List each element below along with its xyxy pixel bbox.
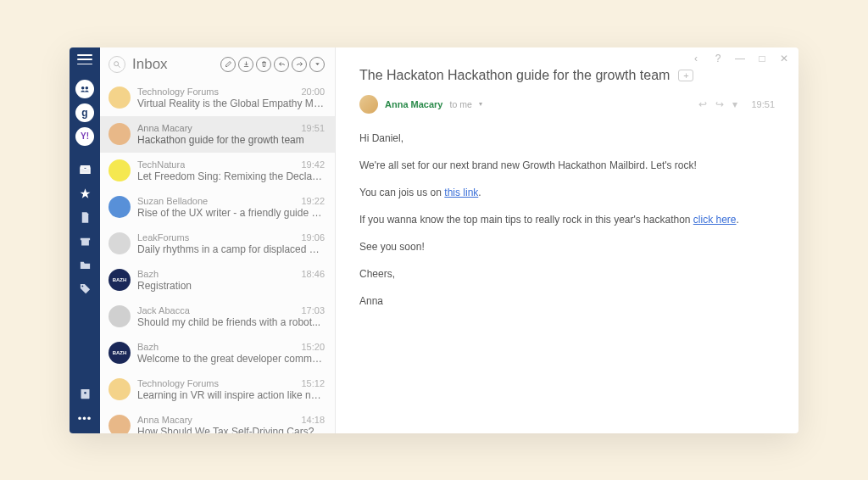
avatar: BAZH bbox=[108, 342, 131, 364]
message-row[interactable]: Anna Macary19:51Hackathon guide for the … bbox=[100, 116, 335, 153]
app-window: g Y! ••• bbox=[70, 47, 798, 433]
google-account-icon[interactable]: g bbox=[75, 103, 94, 122]
sender-label: Bazh bbox=[137, 342, 159, 352]
hamburger-menu-icon[interactable] bbox=[77, 54, 92, 64]
sender-label: Anna Macary bbox=[137, 415, 192, 425]
details-caret-icon[interactable]: ▾ bbox=[479, 100, 482, 108]
contacts-icon[interactable] bbox=[75, 385, 94, 404]
message-body: Hi Daniel, We're all set for our next br… bbox=[336, 122, 798, 329]
sender-label: TechNatura bbox=[137, 159, 185, 170]
subject-label: Registration bbox=[137, 280, 325, 292]
avatar bbox=[108, 232, 131, 254]
forward-icon[interactable] bbox=[292, 57, 307, 72]
yahoo-account-icon[interactable]: Y! bbox=[75, 127, 94, 146]
time-label: 19:22 bbox=[301, 196, 325, 206]
subject-label: Hackathon guide for the growth team bbox=[137, 134, 325, 146]
time-label: 15:20 bbox=[301, 342, 325, 352]
sender-label: Bazh bbox=[137, 269, 159, 279]
body-p3: If you wanna know the top main tips to r… bbox=[359, 212, 775, 227]
message-row[interactable]: TechNatura19:42Let Freedom Sing: Remixin… bbox=[100, 153, 335, 189]
star-icon[interactable] bbox=[75, 185, 94, 204]
folder-icon[interactable] bbox=[75, 256, 94, 275]
message-actions: ↩ ↪ ▾ 19:51 bbox=[698, 98, 775, 110]
svg-point-5 bbox=[114, 61, 119, 65]
body-p6: Anna bbox=[359, 293, 775, 309]
body-greeting: Hi Daniel, bbox=[359, 131, 775, 146]
time-label: 18:46 bbox=[301, 269, 325, 279]
subject-label: Daily rhythms in a camp for displaced pe… bbox=[137, 243, 325, 255]
avatar bbox=[108, 415, 131, 433]
download-icon[interactable] bbox=[238, 57, 253, 72]
sender-name[interactable]: Anna Macary bbox=[385, 99, 442, 109]
reply-action-icon[interactable]: ↩ bbox=[698, 98, 707, 110]
time-label: 20:00 bbox=[301, 87, 325, 97]
time-label: 14:18 bbox=[301, 415, 325, 425]
inbox-icon[interactable] bbox=[75, 161, 94, 180]
join-link[interactable]: this link bbox=[444, 187, 478, 198]
subject-label: Rise of the UX writer - a friendly guide… bbox=[137, 207, 325, 219]
sender-label: Technology Forums bbox=[137, 87, 219, 97]
avatar: BAZH bbox=[108, 269, 131, 291]
sender-label: Technology Forums bbox=[137, 378, 219, 388]
avatar bbox=[108, 305, 131, 327]
more-apps-icon[interactable]: ••• bbox=[78, 412, 92, 425]
message-title: The Hackaton Hackathon guide for the gro… bbox=[359, 68, 670, 83]
sender-label: LeakForums bbox=[137, 232, 189, 243]
message-time: 19:51 bbox=[751, 99, 775, 109]
more-action-icon[interactable]: ▾ bbox=[732, 98, 737, 110]
search-icon[interactable] bbox=[108, 56, 125, 73]
compose-icon[interactable] bbox=[220, 57, 236, 72]
message-row[interactable]: Technology Forums15:12Learning in VR wil… bbox=[100, 371, 335, 408]
tips-link[interactable]: click here bbox=[693, 214, 737, 226]
forward-action-icon[interactable]: ↪ bbox=[715, 98, 724, 110]
message-list[interactable]: Technology Forums20:00Virtual Reality is… bbox=[100, 80, 335, 433]
body-p5: Cheers, bbox=[359, 266, 775, 282]
avatar bbox=[108, 87, 131, 109]
sender-label: Anna Macary bbox=[137, 123, 192, 133]
unified-account-icon[interactable] bbox=[75, 80, 94, 98]
list-header: Inbox bbox=[100, 47, 335, 80]
time-label: 15:12 bbox=[301, 378, 325, 388]
avatar bbox=[108, 196, 131, 218]
message-row[interactable]: LeakForums19:06Daily rhythms in a camp f… bbox=[100, 226, 335, 262]
back-button[interactable]: ‹ bbox=[690, 53, 702, 64]
mail-list-pane: Inbox Technology Forums20:00Virtual Real… bbox=[100, 47, 336, 433]
archive-icon[interactable] bbox=[75, 232, 94, 251]
message-row[interactable]: BAZHBazh15:20Welcome to the great develo… bbox=[100, 335, 335, 371]
folder-title: Inbox bbox=[132, 56, 168, 73]
svg-point-1 bbox=[86, 87, 89, 90]
list-toolbar bbox=[220, 57, 325, 72]
avatar bbox=[108, 159, 131, 181]
body-p1: We're all set for our next brand new Gro… bbox=[359, 158, 775, 173]
message-row[interactable]: Anna Macary14:18How Should We Tax Self-D… bbox=[100, 408, 335, 433]
message-row[interactable]: Suzan Belladone19:22Rise of the UX write… bbox=[100, 189, 335, 226]
svg-point-0 bbox=[81, 87, 85, 90]
subject-label: Learning in VR will inspire action like … bbox=[137, 389, 325, 401]
time-label: 19:06 bbox=[301, 232, 325, 243]
subject-label: Should my child be friends with a robot.… bbox=[137, 316, 325, 328]
svg-point-2 bbox=[81, 285, 83, 287]
close-button[interactable]: ✕ bbox=[778, 53, 790, 64]
message-row[interactable]: BAZHBazh18:46Registration bbox=[100, 262, 335, 299]
chevron-down-icon[interactable] bbox=[309, 57, 325, 72]
time-label: 19:42 bbox=[301, 159, 325, 170]
trash-icon[interactable] bbox=[256, 57, 271, 72]
subject-label: Welcome to the great developer commu... bbox=[137, 353, 325, 365]
help-button[interactable]: ? bbox=[712, 53, 724, 64]
message-pane: ‹ ? — □ ✕ The Hackaton Hackathon guide f… bbox=[336, 47, 798, 433]
reply-icon[interactable] bbox=[274, 57, 289, 72]
file-icon[interactable] bbox=[75, 209, 94, 227]
time-label: 17:03 bbox=[301, 305, 325, 315]
tag-icon[interactable] bbox=[75, 280, 94, 299]
time-label: 19:51 bbox=[301, 123, 325, 133]
message-row[interactable]: Jack Abacca17:03Should my child be frien… bbox=[100, 299, 335, 335]
subject-label: How Should We Tax Self-Driving Cars? bbox=[137, 426, 325, 433]
nav-sidebar: g Y! ••• bbox=[70, 47, 100, 433]
subject-label: Let Freedom Sing: Remixing the Declarati… bbox=[137, 170, 325, 182]
sender-label: Jack Abacca bbox=[137, 305, 190, 315]
minimize-button[interactable]: — bbox=[734, 53, 746, 64]
message-row[interactable]: Technology Forums20:00Virtual Reality is… bbox=[100, 80, 335, 116]
add-label-button[interactable]: + bbox=[678, 70, 693, 81]
maximize-button[interactable]: □ bbox=[756, 53, 768, 64]
recipient-label: to me bbox=[449, 99, 471, 109]
